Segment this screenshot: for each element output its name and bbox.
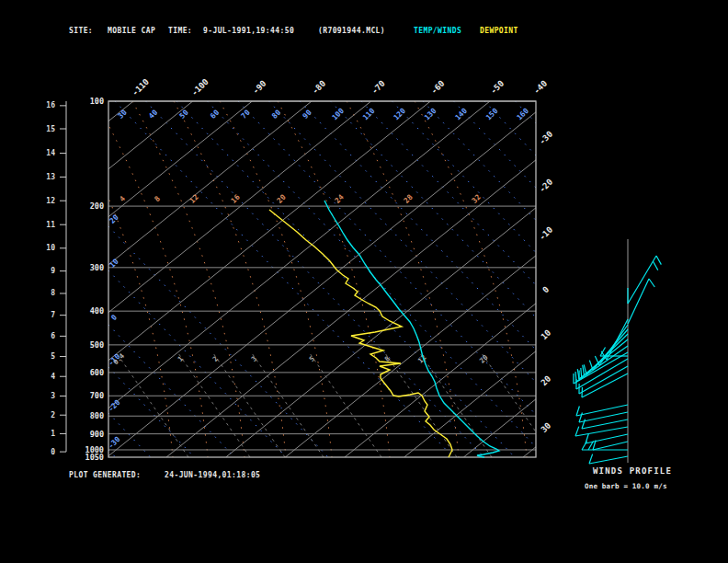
isotherm-line — [226, 101, 668, 457]
moist-adiabat-label: 12 — [188, 193, 200, 205]
dry-adiabat-line — [115, 101, 453, 457]
wind-barb-feather — [656, 256, 661, 265]
wind-barb-feather — [649, 279, 654, 287]
wind-barb-feather — [579, 413, 582, 422]
isotherm-line — [166, 101, 609, 457]
isotherm-label-right: 30 — [540, 421, 553, 435]
dry-adiabat-label: 150 — [484, 107, 500, 122]
height-label: 13 — [46, 173, 55, 181]
isotherm-line — [285, 101, 727, 457]
wind-barb — [589, 456, 628, 464]
isotherm-label-right: 20 — [540, 374, 553, 388]
moist-adiabat-line — [220, 101, 332, 457]
height-label: 3 — [51, 392, 55, 400]
dewpoint-trace — [269, 210, 452, 457]
isotherm-label-right: -30 — [538, 130, 555, 147]
mixing-ratio-line — [482, 353, 553, 457]
height-label: 2 — [51, 411, 55, 419]
dry-adiabat-labels: 3040506070809010011012013014015016020100… — [107, 107, 530, 451]
dry-adiabat-label: 80 — [270, 109, 282, 121]
mixing-ratio-label: 3 — [249, 354, 258, 363]
dry-adiabat-line — [108, 367, 194, 457]
mixing-ratio-line — [178, 353, 250, 457]
isotherm-label-top: -70 — [370, 79, 387, 97]
mixing-ratio-labels: 0.4123581220 — [111, 351, 490, 366]
dry-adiabat-line — [238, 101, 576, 457]
dry-adiabat-line — [392, 101, 728, 457]
top-isotherm-labels: -110-100-90-80-70-60-50-40 — [131, 77, 549, 98]
height-label: 1 — [51, 430, 55, 438]
dry-adiabat-line — [108, 226, 328, 457]
pressure-label: 1050 — [85, 453, 104, 462]
dry-adiabat-line — [146, 101, 484, 457]
height-label: 9 — [51, 267, 55, 275]
isotherm-line — [463, 101, 728, 457]
chart-frame — [108, 101, 536, 457]
isotherm-label-top: -90 — [251, 79, 268, 97]
wind-barb — [593, 442, 628, 450]
dry-adiabat-line — [423, 101, 728, 457]
height-label: 14 — [46, 149, 55, 157]
isotherm-label-right: -20 — [538, 178, 555, 195]
dry-adiabat-label: 40 — [147, 109, 159, 121]
pressure-label: 600 — [90, 368, 104, 377]
mixing-ratio-line — [117, 353, 188, 457]
height-label: 7 — [51, 311, 55, 319]
mixing-ratio-line — [213, 353, 285, 457]
dry-adiabat-label: 50 — [178, 109, 190, 121]
pressure-lines-group — [108, 101, 536, 450]
wind-barb-feather — [582, 441, 587, 450]
isotherm-label-top: -40 — [532, 79, 550, 97]
pressure-label: 700 — [90, 391, 104, 400]
height-label: 10 — [46, 244, 55, 252]
dry-adiabat-line — [300, 101, 638, 457]
dry-adiabat-label: 110 — [361, 107, 377, 122]
mixing-ratio-line — [420, 353, 492, 457]
dry-adiabat-label: 60 — [209, 109, 221, 121]
pressure-label: 400 — [90, 306, 104, 316]
pressure-label: 300 — [90, 263, 104, 272]
isotherm-label-top: -100 — [189, 77, 210, 98]
wind-barb — [582, 373, 628, 397]
dry-adiabat-label: 100 — [330, 107, 346, 122]
dry-adiabat-line — [269, 101, 608, 457]
dry-adiabat-line — [331, 101, 669, 457]
height-label: 6 — [51, 332, 55, 340]
wind-barb — [579, 366, 628, 394]
dry-adiabat-line — [176, 101, 515, 457]
moist-adiabat-label: 4 — [118, 194, 127, 203]
dry-adiabats-group — [108, 101, 728, 457]
wind-barb-feather — [576, 407, 579, 416]
moist-adiabats-group — [61, 101, 527, 457]
isotherm-label-right: -10 — [538, 225, 555, 243]
moist-adiabat-line — [347, 101, 459, 457]
winds-profile-title: WINDS PROFILE — [593, 466, 672, 476]
moist-adiabat-label: 20 — [276, 193, 288, 205]
dry-adiabat-label: 30 — [117, 109, 129, 121]
moist-adiabat-label: 32 — [471, 193, 483, 205]
mixing-ratio-line — [310, 353, 381, 457]
isotherm-label-top: -60 — [429, 79, 447, 97]
height-label: 16 — [46, 101, 55, 109]
wind-barb-feather — [653, 261, 657, 270]
dry-adiabat-label: 130 — [423, 107, 438, 122]
wind-barb-feather — [582, 419, 586, 429]
mixing-ratio-line — [252, 353, 324, 457]
wind-barb-feather — [575, 427, 579, 436]
height-label: 15 — [46, 125, 55, 133]
pressure-axis-labels: 10020030040050060070080090010001050 — [85, 97, 104, 462]
dry-adiabat-line — [454, 101, 728, 457]
dry-adiabat-label: 160 — [515, 107, 530, 122]
isotherm-label-right: 10 — [540, 328, 553, 342]
wind-barb — [582, 419, 628, 429]
moist-adiabat-label: 28 — [403, 193, 415, 205]
isotherm-line — [107, 101, 549, 457]
dry-adiabat-label: 90 — [301, 109, 313, 121]
wind-barb — [574, 352, 628, 384]
height-label: 12 — [46, 197, 55, 205]
mixing-ratio-label: 20 — [478, 353, 490, 365]
isotherm-label-top: -50 — [489, 79, 506, 97]
isotherm-line — [404, 101, 728, 457]
pressure-label: 500 — [90, 340, 104, 350]
wind-barb-feather — [589, 454, 593, 464]
